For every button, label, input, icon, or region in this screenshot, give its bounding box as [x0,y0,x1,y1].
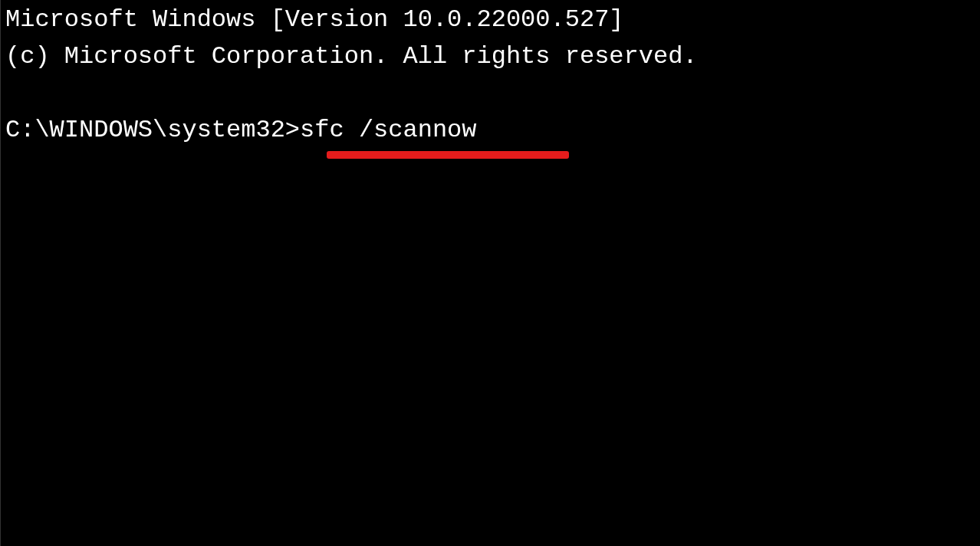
command-input-text[interactable]: sfc /scannow [300,116,476,144]
blank-line [5,75,975,112]
red-underline-annotation [327,151,569,159]
command-prompt-terminal[interactable]: Microsoft Windows [Version 10.0.22000.52… [5,2,975,149]
windows-version-line: Microsoft Windows [Version 10.0.22000.52… [5,2,975,38]
command-line[interactable]: C:\WINDOWS\system32>sfc /scannow [5,112,477,149]
copyright-line: (c) Microsoft Corporation. All rights re… [5,38,975,75]
prompt-text: C:\WINDOWS\system32> [5,116,300,144]
